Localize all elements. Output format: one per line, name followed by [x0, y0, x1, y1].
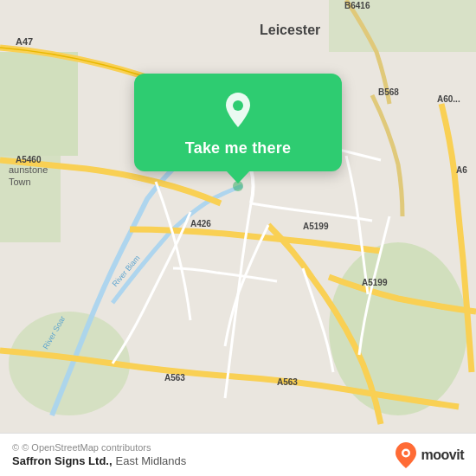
- svg-text:aunstone: aunstone: [9, 164, 48, 175]
- svg-text:A563: A563: [277, 377, 298, 387]
- svg-text:A563: A563: [164, 373, 185, 383]
- svg-text:Leicester: Leicester: [260, 23, 320, 37]
- svg-text:B6416: B6416: [344, 1, 370, 10]
- svg-text:A426: A426: [190, 219, 211, 228]
- map-svg: Leicester aunstone Town A47 A5460 A426 A…: [0, 0, 476, 433]
- svg-point-24: [403, 451, 408, 455]
- region-name: East Midlands: [116, 454, 187, 467]
- location-name: Saffron Signs Ltd.,: [12, 454, 113, 467]
- svg-text:A47: A47: [16, 36, 33, 47]
- svg-text:Town: Town: [9, 177, 31, 187]
- svg-text:A60...: A60...: [437, 94, 460, 104]
- moovit-logo: moovit: [394, 441, 464, 469]
- popup-label: Take me there: [185, 139, 291, 158]
- moovit-text: moovit: [421, 447, 464, 463]
- moovit-pin-icon: [394, 441, 418, 469]
- copyright-symbol: ©: [12, 442, 19, 453]
- svg-text:A5460: A5460: [16, 155, 42, 164]
- attribution-text: © OpenStreetMap contributors: [22, 442, 151, 453]
- map-container: Leicester aunstone Town A47 A5460 A426 A…: [0, 0, 476, 433]
- footer-attribution: © © OpenStreetMap contributors: [12, 442, 186, 453]
- svg-point-22: [233, 100, 243, 111]
- svg-text:A6: A6: [456, 165, 467, 175]
- popup-card[interactable]: Take me there: [134, 74, 342, 171]
- svg-rect-0: [0, 52, 78, 156]
- svg-text:A5199: A5199: [303, 222, 329, 231]
- svg-text:A5199: A5199: [362, 278, 388, 287]
- footer-bar: © © OpenStreetMap contributors Saffron S…: [0, 433, 476, 476]
- svg-text:B568: B568: [378, 87, 399, 97]
- location-pin-icon: [217, 89, 259, 131]
